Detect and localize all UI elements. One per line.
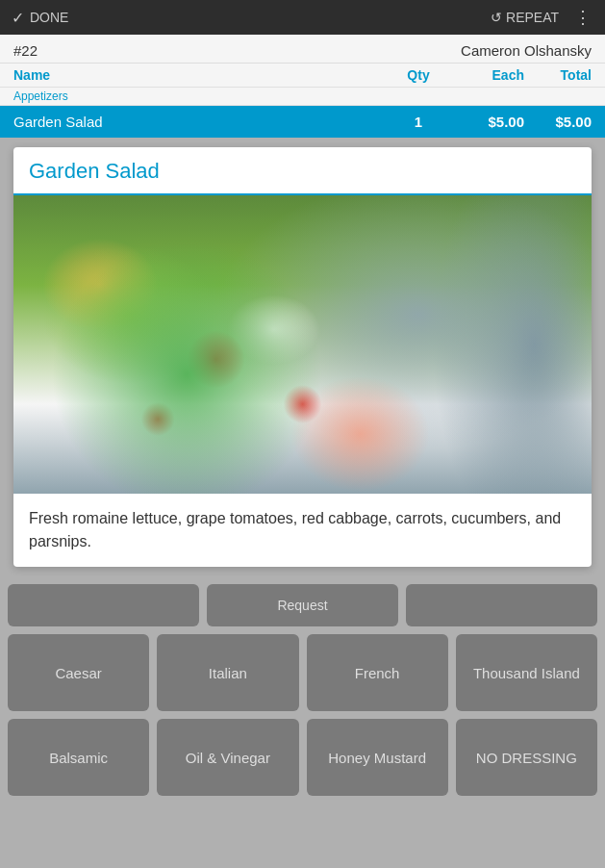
dressing-honey-mustard[interactable]: Honey Mustard — [307, 719, 448, 796]
popup-image — [13, 195, 592, 494]
customer-name: Cameron Olshansky — [461, 42, 592, 59]
request-button[interactable]: Request — [207, 584, 398, 626]
dressing-grid: Caesar Italian French Thousand Island Ba… — [0, 634, 605, 804]
action-btn-3[interactable] — [406, 584, 597, 626]
col-header-qty: Qty — [390, 67, 447, 83]
dressing-balsamic[interactable]: Balsamic — [8, 719, 149, 796]
order-number: #22 — [13, 42, 38, 59]
repeat-button[interactable]: ↺ REPEAT — [491, 10, 559, 25]
col-header-total: Total — [524, 67, 592, 83]
item-each: $5.00 — [447, 114, 524, 130]
action-btn-1[interactable] — [8, 584, 199, 626]
item-total: $5.00 — [524, 114, 592, 130]
repeat-icon: ↺ — [491, 10, 502, 25]
done-section[interactable]: ✓ DONE — [12, 9, 68, 27]
more-options-icon[interactable]: ⋮ — [574, 7, 593, 28]
popup-title: Garden Salad — [13, 147, 592, 195]
item-row[interactable]: Garden Salad 1 $5.00 $5.00 — [0, 106, 605, 138]
order-header: #22 Cameron Olshansky — [0, 35, 605, 64]
table-header: Name Qty Each Total — [0, 64, 605, 88]
action-buttons-row: Request — [0, 576, 605, 634]
dressing-no-dressing[interactable]: NO DRESSING — [456, 719, 597, 796]
col-header-name: Name — [13, 67, 390, 83]
top-bar: ✓ DONE ↺ REPEAT ⋮ — [0, 0, 605, 35]
dressing-thousand-island[interactable]: Thousand Island — [456, 634, 597, 711]
category-row: Appetizers — [0, 88, 605, 106]
salad-image — [13, 195, 592, 494]
col-header-each: Each — [447, 67, 524, 83]
dressing-italian[interactable]: Italian — [157, 634, 298, 711]
popup-card: Garden Salad Fresh romaine lettuce, grap… — [13, 147, 592, 567]
item-qty: 1 — [390, 114, 447, 130]
category-label: Appetizers — [13, 89, 68, 103]
checkmark-icon: ✓ — [12, 9, 24, 27]
top-bar-right: ↺ REPEAT ⋮ — [491, 7, 593, 28]
item-name: Garden Salad — [13, 114, 390, 130]
dressing-oil-vinegar[interactable]: Oil & Vinegar — [157, 719, 298, 796]
done-label: DONE — [30, 10, 68, 25]
dressing-french[interactable]: French — [307, 634, 448, 711]
dressing-caesar[interactable]: Caesar — [8, 634, 149, 711]
popup-description: Fresh romaine lettuce, grape tomatoes, r… — [13, 494, 592, 567]
repeat-label: REPEAT — [506, 10, 559, 25]
